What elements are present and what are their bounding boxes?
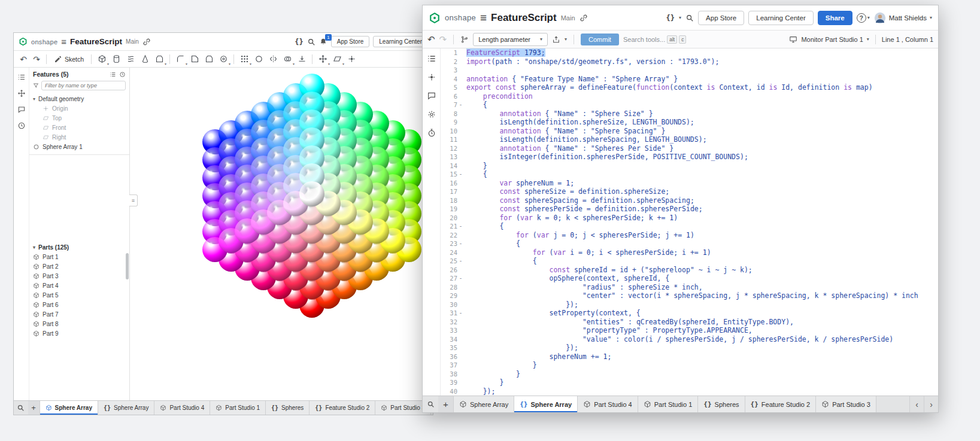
- monitor-label[interactable]: Monitor Part Studio 1: [801, 36, 863, 43]
- tree-item-front[interactable]: Front: [29, 123, 129, 132]
- code-line-13[interactable]: 13 isInteger(definition.spheresPerSide, …: [441, 153, 938, 162]
- viewport-3d[interactable]: [130, 68, 433, 400]
- code-line-9[interactable]: 9 isLength(definition.sphereSize, LENGTH…: [441, 118, 938, 127]
- code-line-27[interactable]: 27- opSphere(context, sphereId, {: [441, 274, 938, 283]
- tree-item-default-geometry[interactable]: ▾Default geometry: [29, 94, 129, 104]
- transform-tool-icon[interactable]: ▾: [316, 53, 329, 66]
- tab-feature-studio-2[interactable]: {}Feature Studio 2: [310, 401, 375, 415]
- code-line-39[interactable]: 39 }: [441, 378, 938, 387]
- part-list-item[interactable]: Part 3: [29, 271, 129, 281]
- code-line-10[interactable]: 10 annotation { "Name" : "Sphere Spacing…: [441, 127, 938, 136]
- tab-search-icon[interactable]: [423, 396, 438, 412]
- code-line-18[interactable]: 18 const sphereSpacing = definition.sphe…: [441, 196, 938, 205]
- fillet-tool-icon[interactable]: ▾: [174, 53, 187, 66]
- code-line-2[interactable]: 2 import(path : "onshape/std/geometry.fs…: [441, 57, 938, 66]
- comment-icon[interactable]: [17, 105, 26, 114]
- main-menu-icon[interactable]: ≡: [61, 37, 66, 47]
- help-button[interactable]: ? ▾: [857, 13, 870, 23]
- code-line-16[interactable]: 16 var sphereNum = 1;: [441, 179, 938, 188]
- search-icon[interactable]: [685, 14, 694, 22]
- loft-tool-icon[interactable]: [138, 53, 151, 66]
- code-line-31[interactable]: 31- setProperty(context, {: [441, 309, 938, 318]
- monitor-icon[interactable]: [789, 35, 797, 44]
- split-tool-icon[interactable]: [295, 53, 308, 66]
- part-list-item[interactable]: Part 2: [29, 261, 129, 271]
- move-icon[interactable]: [17, 89, 26, 98]
- tabs-scroll-left[interactable]: ‹: [909, 396, 924, 412]
- tab-sphere-array[interactable]: Sphere Array: [454, 396, 514, 412]
- tab-part-studio-1[interactable]: Part Studio 1: [638, 396, 699, 412]
- code-line-17[interactable]: 17 const sphereSize = definition.sphereS…: [441, 187, 938, 196]
- parts-section-header[interactable]: ▾ Parts (125): [29, 242, 129, 252]
- featurescript-icon[interactable]: {}: [295, 38, 303, 46]
- code-line-36[interactable]: 36 sphereNum += 1;: [441, 352, 938, 361]
- sketch-button[interactable]: Sketch: [50, 54, 87, 65]
- share-link-icon[interactable]: [142, 38, 151, 46]
- tree-item-right[interactable]: Right: [29, 132, 129, 142]
- code-line-21[interactable]: 21- {: [441, 222, 938, 231]
- code-line-34[interactable]: 34 "value" : color(i / spheresPerSide, j…: [441, 335, 938, 344]
- sweep-tool-icon[interactable]: [124, 53, 137, 66]
- fold-marker[interactable]: -: [457, 170, 464, 179]
- configurations-icon[interactable]: [427, 110, 436, 119]
- tabs-scroll-right[interactable]: ›: [924, 396, 938, 412]
- code-line-3[interactable]: 3: [441, 66, 938, 75]
- part-list-item[interactable]: Part 9: [29, 329, 129, 338]
- fold-marker[interactable]: -: [457, 222, 464, 231]
- fold-marker[interactable]: -: [457, 274, 464, 283]
- hole-tool-icon[interactable]: ▾: [217, 53, 230, 66]
- share-link-icon[interactable]: [579, 14, 588, 22]
- app-store-button[interactable]: App Store: [331, 36, 369, 47]
- extrude-tool-icon[interactable]: ▾: [95, 53, 108, 66]
- user-menu[interactable]: Matt Shields ▾: [874, 12, 932, 24]
- code-line-37[interactable]: 37 }: [441, 361, 938, 370]
- part-list-item[interactable]: Part 4: [29, 281, 129, 290]
- circular-pattern-tool-icon[interactable]: [252, 53, 265, 66]
- code-line-40[interactable]: 40 });: [441, 387, 938, 396]
- code-line-38[interactable]: 38 }: [441, 370, 938, 379]
- code-line-7[interactable]: 7- {: [441, 101, 938, 110]
- share-button[interactable]: Share: [818, 11, 852, 25]
- code-line-12[interactable]: 12 annotation { "Name" : "Spheres Per Si…: [441, 144, 938, 153]
- code-line-14[interactable]: 14 }: [441, 162, 938, 171]
- learning-center-button[interactable]: Learning Center: [748, 11, 813, 25]
- parameter-type-dropdown[interactable]: Length parameter ▾: [473, 33, 548, 46]
- branch-label[interactable]: Main: [561, 14, 575, 22]
- tab-part-studio-1[interactable]: Part Studio 1: [210, 401, 266, 415]
- commit-button[interactable]: Commit: [581, 34, 619, 45]
- code-line-6[interactable]: 6 precondition: [441, 92, 938, 101]
- comment-icon[interactable]: [427, 91, 436, 101]
- fold-marker[interactable]: -: [457, 101, 464, 110]
- code-line-30[interactable]: 30 });: [441, 300, 938, 309]
- code-line-23[interactable]: 23- {: [441, 239, 938, 248]
- tab-part-studio-3[interactable]: Part Studio 3: [816, 396, 876, 412]
- code-line-28[interactable]: 28 "radius" : sphereSize * inch,: [441, 283, 938, 292]
- feature-list-icon[interactable]: [17, 73, 26, 81]
- new-tab-button[interactable]: +: [438, 396, 454, 412]
- revolve-tool-icon[interactable]: [110, 53, 123, 66]
- main-menu-icon[interactable]: ≡: [480, 11, 487, 25]
- tree-item-origin[interactable]: Origin: [29, 104, 129, 113]
- undo-icon[interactable]: ↶: [17, 54, 29, 64]
- part-list-item[interactable]: Part 6: [29, 300, 129, 309]
- rollback-history-icon[interactable]: [119, 71, 126, 78]
- fold-marker[interactable]: -: [457, 257, 464, 266]
- code-line-5[interactable]: 5 export const sphereArray = defineFeatu…: [441, 83, 938, 92]
- thicken-tool-icon[interactable]: ▾: [153, 53, 166, 66]
- tab-spheres[interactable]: {}Spheres: [698, 396, 745, 412]
- code-line-11[interactable]: 11 isLength(definition.sphereSpacing, LE…: [441, 135, 938, 144]
- notifications-button[interactable]: 1: [319, 38, 327, 46]
- tab-feature-studio-2[interactable]: {}Feature Studio 2: [745, 396, 817, 412]
- search-icon[interactable]: [307, 38, 315, 46]
- tree-item-sphere-array-1[interactable]: Sphere Array 1: [29, 142, 129, 151]
- mirror-tool-icon[interactable]: [266, 53, 280, 66]
- feature-list-icon[interactable]: [427, 54, 436, 63]
- fold-marker[interactable]: -: [457, 239, 464, 248]
- versions-icon[interactable]: [17, 121, 26, 130]
- filter-input[interactable]: [41, 81, 126, 90]
- code-editor[interactable]: 1 FeatureScript 1793;2 import(path : "on…: [441, 48, 938, 396]
- chamfer-tool-icon[interactable]: [188, 53, 201, 66]
- tab-search-icon[interactable]: [14, 401, 28, 415]
- code-line-26[interactable]: 26 const sphereId = id + ("sphereloop" ~…: [441, 266, 938, 275]
- tab-sphere-array[interactable]: {}Sphere Array: [514, 396, 578, 412]
